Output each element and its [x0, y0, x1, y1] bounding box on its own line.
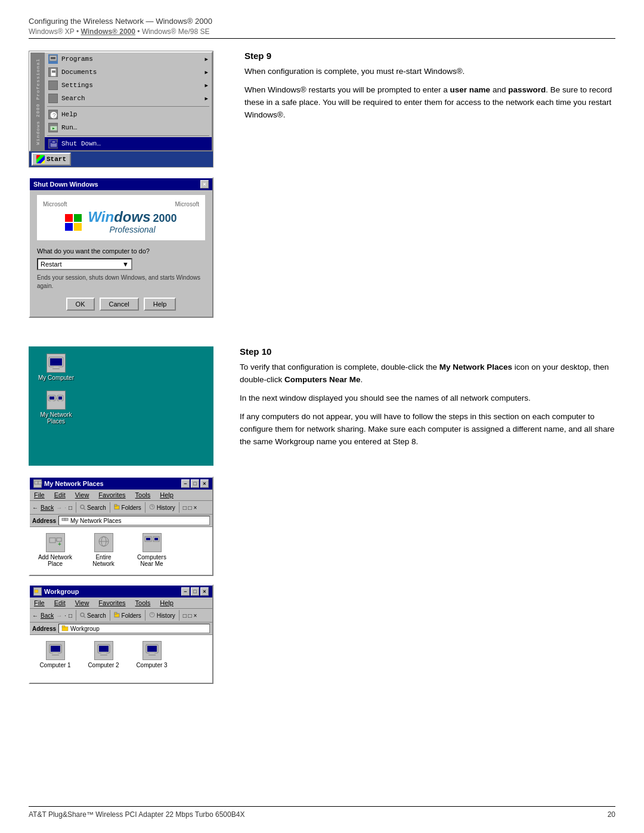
wg-menu-tools[interactable]: Tools [134, 599, 153, 607]
address-icon [61, 517, 69, 524]
menu-item-programs[interactable]: Programs ▶ [45, 52, 212, 66]
add-network-place-icon[interactable]: + Add Network Place [36, 533, 75, 569]
documents-arrow: ▶ [205, 69, 208, 76]
wg-address-value: Workgroup [58, 624, 210, 633]
svg-rect-73 [148, 655, 156, 655]
svg-rect-21 [50, 358, 62, 366]
search-icon [80, 504, 86, 510]
mnp-titlebar: My Network Places − □ × [30, 478, 212, 490]
nav-windows-me: Windows® Me/98 SE [142, 27, 210, 36]
shutdown-dialog-title: Shut Down Windows [33, 181, 98, 188]
windows-flag-icon [36, 155, 45, 163]
dropdown-value: Restart [41, 261, 61, 268]
wg-menu-favorites[interactable]: Favorites [97, 599, 127, 607]
svg-point-33 [80, 505, 84, 509]
tb-back-arrow: ← [32, 504, 38, 511]
computer1-icon[interactable]: Computer 1 [36, 641, 75, 677]
shutdown-ok-btn[interactable]: OK [66, 298, 95, 311]
wg-max-btn[interactable]: □ [191, 587, 199, 596]
menu-item-search[interactable]: Search ▶ [45, 92, 212, 105]
mnp-menubar: File Edit View Favorites Tools Help [30, 490, 212, 501]
step9-screenshots: Windows 2000 Professional Programs ▶ [29, 51, 225, 329]
wg-min-btn[interactable]: − [181, 587, 190, 596]
mnp-menu-tools[interactable]: Tools [134, 491, 153, 499]
mnp-min-btn[interactable]: − [181, 479, 190, 488]
computer2-icon[interactable]: Computer 2 [84, 641, 123, 677]
wg-menu-edit[interactable]: Edit [52, 599, 67, 607]
tb-sep3 [145, 502, 145, 513]
wg-toolbar: ← Back → · □ Search Folders [30, 609, 212, 623]
computer3-img [143, 641, 162, 660]
svg-rect-63 [51, 646, 60, 652]
wg-menu-view[interactable]: View [73, 599, 91, 607]
shutdown-cancel-btn[interactable]: Cancel [100, 298, 139, 311]
computers-near-me-icon[interactable]: Computers Near Me [132, 533, 171, 569]
mnp-title-icon [33, 479, 42, 488]
computer1-img [46, 641, 65, 660]
mnp-menu-favorites[interactable]: Favorites [97, 491, 127, 499]
history-icon [149, 504, 155, 510]
menu-item-settings[interactable]: Settings ▶ [45, 79, 212, 92]
wg-search[interactable]: Search [80, 612, 106, 619]
svg-rect-0 [49, 55, 57, 61]
menu-item-run[interactable]: Run… [45, 121, 212, 134]
wg-tb-back[interactable]: Back [41, 612, 54, 619]
mnp-menu-edit[interactable]: Edit [52, 491, 67, 499]
page-header: Configuring the Wireless Network — Windo… [29, 17, 615, 39]
my-computer-icon [47, 354, 66, 373]
folders-icon [114, 504, 120, 510]
menu-item-documents[interactable]: Documents ▶ [45, 66, 212, 79]
my-network-desktop-icon[interactable]: My Network Places [38, 391, 74, 425]
wg-folders-icon [114, 612, 120, 618]
wg-close-btn[interactable]: × [200, 587, 209, 596]
step9-para2: When Windows® restarts you will be promp… [244, 84, 615, 122]
svg-rect-41 [65, 518, 68, 521]
wg-tb-back-arrow: ← [32, 612, 38, 619]
shutdown-titlebar: Shut Down Windows × [30, 178, 212, 190]
wg-history-icon [149, 612, 155, 618]
wg-tb-stop: □ [69, 612, 72, 619]
entire-network-icon[interactable]: Entire Network [84, 533, 123, 569]
computer3-icon[interactable]: Computer 3 [132, 641, 171, 677]
svg-point-8 [50, 95, 55, 100]
address-label: Address [32, 518, 56, 524]
menu-item-help[interactable]: ? Help [45, 108, 212, 121]
tb-search[interactable]: Search [80, 504, 106, 511]
mnp-max-btn[interactable]: □ [191, 479, 199, 488]
svg-rect-36 [114, 504, 117, 506]
shutdown-help-btn[interactable]: Help [144, 298, 177, 311]
svg-rect-19 [74, 223, 82, 231]
mnp-menu-file[interactable]: File [32, 491, 47, 499]
tb-history[interactable]: History [149, 504, 175, 511]
wg-menubar: File Edit View Favorites Tools Help [30, 597, 212, 609]
desktop-screenshot: My Computer My Netw [29, 346, 213, 466]
svg-rect-50 [146, 538, 150, 540]
my-computer-desktop-icon[interactable]: My Computer [38, 354, 74, 381]
tb-back-label[interactable]: Back [41, 504, 54, 511]
wg-sep1 [76, 610, 76, 621]
svg-rect-32 [38, 481, 42, 484]
wg-menu-file[interactable]: File [32, 599, 47, 607]
shutdown-info-text: Ends your session, shuts down Windows, a… [37, 274, 205, 290]
svg-rect-31 [35, 481, 38, 484]
wg-folders[interactable]: Folders [114, 612, 141, 619]
tb-folders[interactable]: Folders [114, 504, 141, 511]
shutdown-dropdown[interactable]: Restart ▼ [37, 258, 132, 270]
menu-item-search-label: Search [61, 95, 85, 102]
start-button[interactable]: Start [32, 153, 71, 166]
network-svg [48, 393, 64, 407]
mnp-close-btn[interactable]: × [200, 479, 209, 488]
svg-rect-53 [35, 590, 38, 593]
tb-sep1 [76, 502, 76, 513]
wg-history[interactable]: History [149, 612, 175, 619]
menu-separator-1 [47, 106, 209, 107]
my-network-places-window: My Network Places − □ × File Edit View F… [29, 476, 213, 576]
settings-arrow: ▶ [205, 82, 208, 89]
wg-menu-help[interactable]: Help [158, 599, 175, 607]
menu-item-shutdown[interactable]: Shut Down… [45, 137, 212, 150]
mnp-menu-view[interactable]: View [73, 491, 91, 499]
shutdown-close-btn[interactable]: × [200, 180, 209, 188]
svg-line-34 [84, 509, 86, 510]
mnp-menu-help[interactable]: Help [158, 491, 175, 499]
step10-text: Step 10 To verify that configuration is … [240, 346, 615, 692]
